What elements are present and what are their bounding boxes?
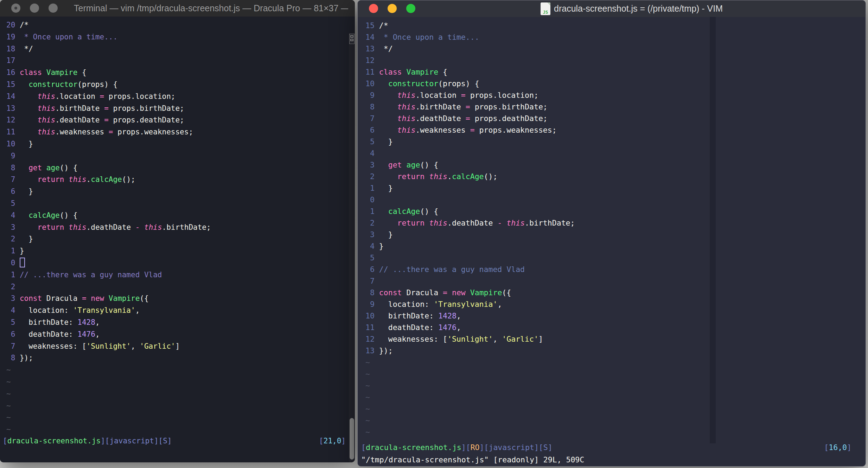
code-token: ][ [154,437,163,445]
code-token: RO [471,443,480,452]
code-line: 14 this.location = props.location; [6,91,355,103]
vim-statusline: [dracula-screenshot.js][RO][javascript][… [361,442,851,454]
line-number: 7 [365,275,375,287]
code-token [379,102,397,111]
code-token: () { [60,164,78,172]
code-token: props.birthDate; [470,102,548,111]
macvim-titlebar[interactable]: JS dracula-screenshot.js = (/private/tmp… [358,0,866,17]
code-token: this [397,126,416,134]
code-token: constructor [388,79,438,88]
traffic-lights [11,4,58,13]
code-token [20,164,28,172]
code-token: = [461,91,466,100]
line-number: 8 [365,101,375,113]
line-number: 4 [6,210,15,222]
code-token: Vampire [109,294,140,303]
macvim-window: JS dracula-screenshot.js = (/private/tmp… [357,0,866,467]
code-token: props.weaknesses; [475,126,557,134]
close-button[interactable] [11,4,20,13]
close-button[interactable] [369,4,378,13]
code-area[interactable]: 15/*14 * Once upon a time...13 */1211cla… [358,17,866,438]
code-token: 'Garlic' [502,335,538,343]
code-token: [ [3,437,7,445]
code-token: (props) { [77,80,117,89]
code-line: 5 [365,252,866,264]
code-token: , [95,318,100,327]
filler-tilde-line: ~ [6,412,355,424]
code-token: props.birthDate; [109,104,184,113]
statusline-ruler: [21,0] [319,435,346,447]
code-line: 20/* [6,19,355,31]
code-token: , [457,323,461,332]
line-number: 0 [365,194,375,205]
code-token: ~ [365,404,370,413]
code-line: 4 [365,147,866,159]
code-token: location: [20,306,73,315]
code-token: weaknesses: [ [20,342,87,350]
scrollbar-track[interactable] [349,33,355,462]
code-token: } [379,137,393,146]
window-title: dracula-screenshot.js = (/private/tmp) -… [554,4,723,14]
code-token: .birthDate; [525,219,575,227]
code-token: this [429,172,447,181]
code-line: 9 this.location = props.location; [365,89,866,101]
code-token: ] [548,443,553,452]
line-number: 14 [6,91,15,103]
code-token: , [497,300,502,309]
zoom-button[interactable] [406,4,415,13]
statusline-left: [dracula-screenshot.js][RO][javascript][… [361,442,553,454]
code-token: = [104,116,109,124]
code-token: ][ [534,443,543,452]
js-file-icon[interactable]: JS [541,2,550,15]
code-token: } [379,230,393,239]
split-pane-button[interactable] [349,34,355,44]
line-number: 4 [365,147,375,159]
code-token: (); [122,175,135,184]
code-token: - [135,223,140,232]
code-token: .deathDate [55,116,104,124]
code-line: 16class Vampire { [6,67,355,79]
code-token: this [38,104,56,113]
split-icon [350,35,353,38]
code-line: 9 location: 'Transylvania', [365,298,866,310]
code-token: ~ [6,390,11,398]
minimize-button[interactable] [388,4,397,13]
code-line: 13 this.birthDate = props.birthDate; [6,103,355,115]
code-token: = [443,288,447,297]
filler-tilde-line: ~ [6,424,355,436]
code-token: deathDate: [379,323,438,332]
code-token: age [46,164,60,172]
code-token: new [91,294,104,303]
line-number: 5 [365,136,375,147]
code-token [20,116,38,124]
zoom-button[interactable] [49,4,58,13]
code-token: S [543,443,548,452]
code-token: props.weaknesses; [113,128,193,136]
minimize-button[interactable] [30,4,39,13]
filler-tilde-line: ~ [6,364,355,376]
code-token: ({ [502,288,511,297]
code-line: 10 birthDate: 1428, [365,310,866,322]
scrollbar-thumb[interactable] [350,418,354,460]
code-token: this [69,223,87,232]
filler-tilde-line: ~ [6,388,355,400]
line-number: 5 [6,198,15,210]
code-token: () { [420,160,438,169]
code-token: /* [20,21,28,29]
code-token: age [407,160,420,169]
macvim-content[interactable]: 15/*14 * Once upon a time...13 */1211cla… [358,17,866,466]
line-number: 11 [6,126,15,138]
code-area[interactable]: 20/*19 * Once upon a time...18 */1716cla… [0,17,355,436]
code-token: this [397,91,416,100]
code-token: Dracula [42,294,82,303]
line-number: 10 [6,138,15,150]
code-token: ~ [6,366,11,374]
code-line: 12 weaknesses: ['Sunlight', 'Garlic'] [365,333,866,345]
color-column [710,17,716,443]
code-token: .deathDate [87,223,135,232]
code-token: ] [167,437,172,445]
terminal-content[interactable]: 20/*19 * Once upon a time...18 */1716cla… [0,17,355,462]
code-token: birthDate: [20,318,77,327]
line-number: 2 [365,217,375,229]
terminal-titlebar[interactable]: Terminal — vim /tmp/dracula-screenshot.j… [0,0,355,17]
